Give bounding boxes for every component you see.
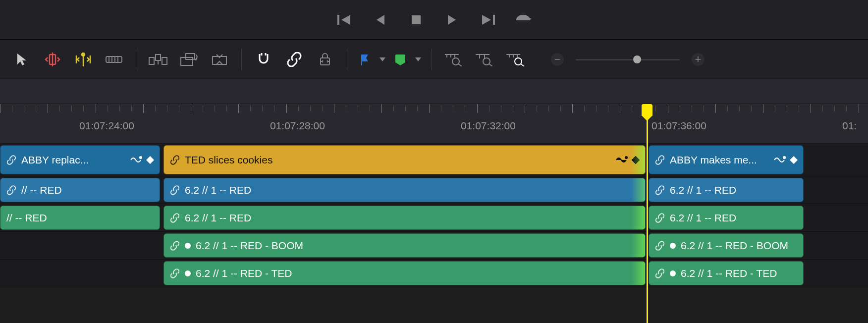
svg-rect-26	[361, 54, 362, 65]
clip-label: 6.2 // 1 -- RED	[670, 184, 736, 196]
clip-label: 6.2 // 1 -- RED - TED	[681, 268, 777, 279]
svg-rect-17	[162, 57, 167, 64]
svg-rect-18	[156, 54, 161, 60]
svg-rect-16	[149, 57, 154, 64]
insert-tool[interactable]	[146, 50, 170, 69]
transport-bar	[0, 0, 868, 40]
ruler-timecode-label: 01:07:24:00	[79, 120, 134, 132]
record-dot-icon	[185, 270, 191, 276]
timeline-clip[interactable]: // -- RED	[0, 206, 160, 230]
svg-point-48	[625, 157, 627, 159]
overwrite-tool[interactable]	[177, 50, 201, 69]
play-button[interactable]	[443, 11, 461, 29]
timeline-tracks: ABBY replac...TED slices cookiesABBY mak…	[0, 144, 868, 287]
playhead-handle[interactable]	[642, 104, 652, 116]
svg-line-39	[489, 64, 492, 66]
svg-marker-1	[341, 15, 350, 25]
zoom-slider[interactable]	[576, 58, 680, 61]
timeline-clip[interactable]: // -- RED	[0, 178, 160, 202]
svg-marker-28	[415, 57, 421, 61]
full-extent-zoom[interactable]	[442, 50, 466, 69]
timeline-clip[interactable]: 6.2 // 1 -- RED	[163, 206, 646, 230]
position-lock-toggle[interactable]	[313, 50, 337, 69]
toolbar-divider	[241, 49, 242, 70]
zoom-in-button[interactable]: +	[692, 53, 705, 66]
timeline-track[interactable]: 6.2 // 1 -- RED - BOOM6.2 // 1 -- RED - …	[0, 232, 868, 260]
svg-marker-7	[17, 54, 26, 65]
clip-label: 6.2 // 1 -- RED	[185, 184, 251, 196]
marker-dropdown[interactable]	[415, 57, 422, 61]
clip-effect-icons	[615, 156, 640, 164]
toolbar-divider	[432, 49, 432, 70]
loop-button[interactable]	[514, 11, 532, 29]
clip-label: 6.2 // 1 -- RED - BOOM	[681, 240, 788, 252]
record-dot-icon	[670, 270, 676, 276]
zoom-out-button[interactable]: −	[551, 53, 564, 66]
blade-tool[interactable]	[102, 50, 126, 69]
svg-marker-27	[380, 57, 385, 61]
svg-rect-11	[106, 56, 122, 62]
clip-label: // -- RED	[6, 212, 47, 224]
clip-label: 6.2 // 1 -- RED - TED	[196, 268, 292, 279]
svg-marker-5	[482, 15, 491, 25]
clip-label: ABBY replac...	[21, 154, 89, 166]
timeline-clip[interactable]: 6.2 // 1 -- RED	[163, 178, 646, 202]
timeline-track[interactable]: // -- RED6.2 // 1 -- RED6.2 // 1 -- RED	[0, 176, 868, 204]
svg-line-34	[458, 64, 462, 66]
svg-marker-4	[448, 15, 456, 25]
go-to-start-button[interactable]	[336, 11, 354, 29]
zoom-slider-thumb[interactable]	[633, 55, 641, 63]
custom-zoom[interactable]	[503, 50, 527, 69]
clip-label: 6.2 // 1 -- RED	[670, 212, 736, 224]
timeline-track[interactable]: // -- RED6.2 // 1 -- RED6.2 // 1 -- RED	[0, 204, 868, 232]
timeline-ruler[interactable]: 01:07:24:0001:07:28:0001:07:32:0001:07:3…	[0, 104, 868, 144]
timeline-track[interactable]: ABBY replac...TED slices cookiesABBY mak…	[0, 144, 868, 176]
svg-rect-6	[493, 15, 495, 25]
svg-marker-47	[146, 156, 154, 164]
timeline-clip[interactable]: 6.2 // 1 -- RED - BOOM	[649, 233, 804, 258]
svg-point-46	[140, 157, 142, 159]
timeline-clip[interactable]: ABBY makes me...	[649, 145, 804, 174]
timeline-clip[interactable]: 6.2 // 1 -- RED - TED	[163, 261, 646, 285]
record-dot-icon	[670, 243, 676, 249]
flag-dropdown[interactable]	[379, 57, 386, 61]
timeline-clip[interactable]: 6.2 // 1 -- RED - TED	[649, 261, 804, 285]
toolbar-divider	[347, 49, 347, 70]
timeline-clip[interactable]: ABBY replac...	[0, 145, 160, 174]
replace-tool[interactable]	[208, 50, 231, 69]
color-marker[interactable]	[393, 50, 408, 69]
timeline-clip[interactable]: TED slices cookies	[163, 145, 646, 174]
timeline-clip[interactable]: 6.2 // 1 -- RED - BOOM	[163, 233, 646, 258]
ruler-timecode-label: 01:	[842, 120, 857, 132]
timeline-clip[interactable]: 6.2 // 1 -- RED	[649, 206, 804, 230]
timeline-track[interactable]: 6.2 // 1 -- RED - TED6.2 // 1 -- RED - T…	[0, 260, 868, 287]
svg-marker-2	[377, 15, 384, 25]
snap-toggle[interactable]	[252, 50, 275, 69]
clip-effect-icons	[130, 156, 155, 164]
clip-effect-icons	[773, 156, 798, 164]
svg-point-33	[452, 58, 459, 65]
clip-label: 6.2 // 1 -- RED	[185, 212, 251, 224]
playhead-line[interactable]	[647, 104, 648, 323]
go-to-end-button[interactable]	[479, 11, 496, 29]
stop-button[interactable]	[407, 11, 425, 29]
svg-rect-3	[412, 15, 421, 24]
timeline-clip[interactable]: 6.2 // 1 -- RED	[649, 178, 804, 202]
ruler-timecode-label: 01:07:28:00	[270, 120, 325, 132]
flag-marker[interactable]	[357, 50, 372, 69]
dynamic-trim-tool[interactable]	[71, 50, 95, 69]
svg-rect-20	[181, 57, 193, 65]
link-toggle[interactable]	[282, 50, 306, 69]
edit-toolbar: − +	[0, 40, 868, 79]
step-back-button[interactable]	[372, 11, 389, 29]
svg-point-10	[82, 53, 85, 56]
trim-tool[interactable]	[41, 50, 64, 69]
svg-rect-21	[186, 54, 195, 59]
timecode-display-area	[0, 79, 868, 104]
clip-label: TED slices cookies	[185, 154, 272, 166]
svg-point-50	[783, 157, 785, 159]
arrow-tool[interactable]	[10, 50, 34, 69]
detail-zoom[interactable]	[473, 50, 496, 69]
svg-marker-51	[790, 156, 798, 164]
clip-label: // -- RED	[21, 184, 62, 196]
